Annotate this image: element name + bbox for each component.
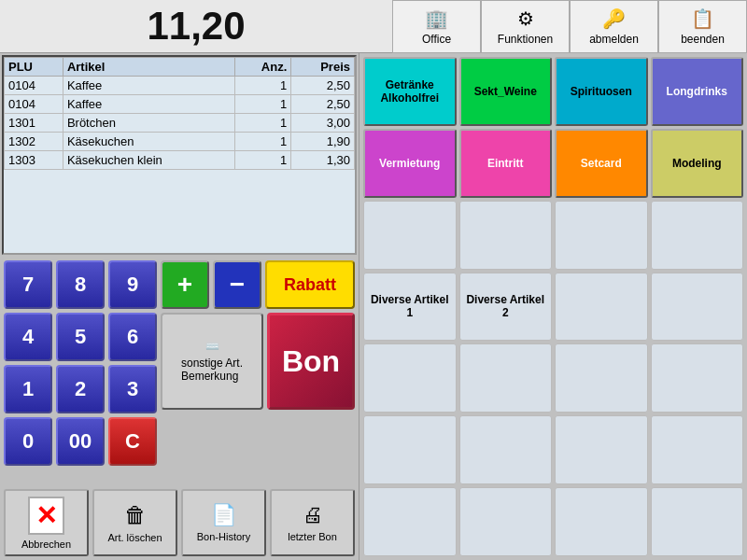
table-cell: Brötchen [63,114,234,133]
table-cell: 2,50 [291,77,355,95]
table-row: 1303Käsekuchen klein11,30 [5,151,355,170]
office-icon: 🏢 [425,7,448,30]
sonstige-area: ⌨️ sonstige Art.Bemerkung Bon [161,313,355,410]
funktionen-label: Funktionen [498,33,553,46]
category-empty1-button [363,201,457,270]
table-cell: 1 [234,77,290,95]
category-longdrinks-button[interactable]: Longdrinks [651,57,744,126]
category-vermietung-button[interactable]: Vermietung [363,129,457,198]
minus-button[interactable]: − [213,260,261,309]
numpad-00-button[interactable]: 00 [56,417,105,466]
bon-history-button[interactable]: 📄 Bon-History [181,489,266,556]
category-empty9-button [555,343,648,413]
category-empty18-button [651,487,744,556]
category-diverse1-button[interactable]: Diverse Artikel 1 [363,273,457,342]
letzter-bon-button[interactable]: 🖨 letzter Bon [270,489,355,556]
table-cell: 1303 [5,151,63,170]
table-cell: 1 [234,114,290,133]
table-cell: 1 [234,151,290,170]
category-diverse2-button[interactable]: Diverse Artikel 2 [459,273,553,342]
office-button[interactable]: 🏢 Office [392,0,481,53]
category-empty2-button [459,201,553,270]
abmelden-button[interactable]: 🔑 abmelden [570,0,658,53]
beenden-button[interactable]: 📋 beenden [658,0,747,53]
rabatt-button[interactable]: Rabatt [265,260,355,309]
abbrechen-label: Abbrechen [21,539,71,550]
numpad-1-button[interactable]: 1 [4,365,52,413]
table-cell: Käsekuchen [63,133,234,151]
table-row: 0104Kaffee12,50 [5,95,355,114]
art-loeschen-label: Art. löschen [107,532,162,543]
numpad-C-button[interactable]: C [108,417,157,466]
funktionen-button[interactable]: ⚙ Funktionen [481,0,570,53]
numpad-rows: 789456123000C + − Rabatt ⌨️ sonstige Art… [4,260,355,466]
table-cell: 2,50 [291,95,355,114]
category-empty15-button [363,487,457,556]
numpad-7-button[interactable]: 7 [4,260,52,309]
numpad-2-button[interactable]: 2 [56,365,105,413]
category-empty3-button [555,201,648,270]
table-cell: 1,30 [291,151,355,170]
bon-button[interactable]: Bon [267,313,355,410]
order-table-area: PLU Artikel Anz. Preis 0104Kaffee12,5001… [2,55,357,255]
category-eintritt-button[interactable]: Eintritt [459,129,553,198]
category-spirituosen-button[interactable]: Spirituosen [555,57,648,126]
table-row: 0104Kaffee12,50 [5,77,355,95]
category-empty10-button [651,343,744,413]
table-cell: 0104 [5,77,63,95]
numpad-6-button[interactable]: 6 [108,313,157,361]
numpad-5-button[interactable]: 5 [56,313,105,361]
table-cell: 1 [234,133,290,151]
amount-display: 11,20 [0,0,392,52]
table-body: 0104Kaffee12,500104Kaffee12,501301Brötch… [5,77,355,170]
category-empty6-button [651,273,744,342]
table-cell: 0104 [5,95,63,114]
beenden-label: beenden [681,33,725,46]
category-empty7-button [363,343,457,413]
table-cell: 1 [234,95,290,114]
category-modeling-button[interactable]: Modeling [651,129,744,198]
numpad-8-button[interactable]: 8 [56,260,105,309]
main-area: PLU Artikel Anz. Preis 0104Kaffee12,5001… [0,53,747,560]
category-sekt-button[interactable]: Sekt_Weine [459,57,553,126]
numpad-area: 789456123000C + − Rabatt ⌨️ sonstige Art… [0,257,359,485]
category-empty16-button [459,487,553,556]
table-cell: 1302 [5,133,63,151]
table-cell: 1,90 [291,133,355,151]
x-icon: ✕ [28,497,64,535]
art-loeschen-button[interactable]: 🗑 Art. löschen [92,489,177,556]
category-setcard-button[interactable]: Setcard [555,129,648,198]
col-preis: Preis [291,58,355,77]
col-artikel: Artikel [63,58,234,77]
category-empty13-button [555,415,648,484]
category-getraenke-button[interactable]: Getränke Alkoholfrei [363,57,457,126]
beenden-icon: 📋 [691,7,714,30]
order-table: PLU Artikel Anz. Preis 0104Kaffee12,5001… [4,57,355,170]
category-empty12-button [459,415,553,484]
sonstige-label: sonstige Art.Bemerkung [181,357,243,383]
category-empty17-button [555,487,648,556]
numpad-0-button[interactable]: 0 [4,417,52,466]
table-row: 1302Käsekuchen11,90 [5,133,355,151]
numpad-right-top: + − Rabatt [161,260,355,309]
numpad-3-button[interactable]: 3 [108,365,157,413]
numpad-9-button[interactable]: 9 [108,260,157,309]
numpad-4-button[interactable]: 4 [4,313,52,361]
header-buttons: 🏢 Office ⚙ Funktionen 🔑 abmelden 📋 beend… [392,0,747,52]
category-panel: Getränke AlkoholfreiSekt_WeineSpirituose… [359,53,747,560]
letzter-bon-label: letzter Bon [288,531,337,542]
numpad-digits: 789456123000C [4,260,157,466]
table-cell: Kaffee [63,95,234,114]
header: 11,20 🏢 Office ⚙ Funktionen 🔑 abmelden 📋… [0,0,747,53]
sonstige-button[interactable]: ⌨️ sonstige Art.Bemerkung [161,313,263,410]
trash-icon: 🗑 [124,502,147,528]
funktionen-icon: ⚙ [517,7,534,30]
category-empty14-button [651,415,744,484]
table-cell: 3,00 [291,114,355,133]
left-panel: PLU Artikel Anz. Preis 0104Kaffee12,5001… [0,53,359,560]
bon-history-label: Bon-History [197,531,250,542]
table-cell: Kaffee [63,77,234,95]
plus-button[interactable]: + [161,260,209,309]
table-row: 1301Brötchen13,00 [5,114,355,133]
abbrechen-button[interactable]: ✕ Abbrechen [4,489,89,556]
